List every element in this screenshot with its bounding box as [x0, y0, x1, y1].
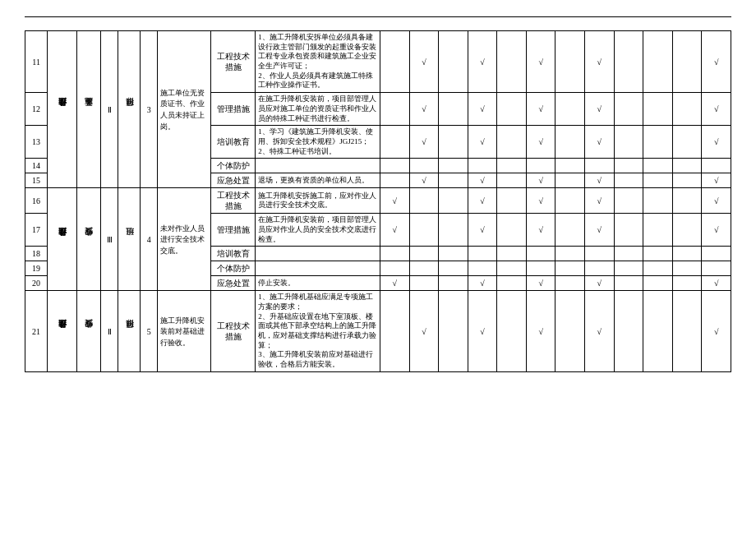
- measure-content-cell: 1、施工升降机基础应满足专项施工方案的要求；2、升基础应设置在地下室顶板、楼面或…: [256, 291, 380, 372]
- measure-content-cell: 退场，更换有资质的单位和人员。: [256, 173, 380, 188]
- measure-content-cell: 1、学习《建筑施工升降机安装、使用、拆卸安全技术规程》JGJ215；2、特殊工种…: [256, 126, 380, 159]
- month-check-12: √: [702, 276, 731, 291]
- month-check-10: [643, 261, 673, 276]
- measure-type-cell: 个体防护: [210, 159, 255, 173]
- check-mark: √: [538, 104, 543, 113]
- danger-cell: 施工单位无资质证书、作业人员未持证上岗。: [158, 31, 211, 188]
- month-check-7: [555, 188, 585, 214]
- month-check-12: [702, 247, 731, 261]
- check-mark: √: [538, 327, 543, 336]
- month-check-4: √: [468, 188, 497, 214]
- month-check-6: √: [526, 276, 555, 291]
- month-check-8: √: [585, 126, 615, 159]
- check-mark: √: [597, 58, 602, 67]
- month-check-3: [439, 291, 468, 372]
- dept-cell: 项目部: [118, 291, 140, 372]
- row-number: 11: [25, 31, 48, 93]
- month-check-5: [497, 126, 527, 159]
- month-check-2: [409, 159, 439, 173]
- check-mark: √: [538, 58, 543, 67]
- month-check-9: [614, 93, 643, 126]
- month-check-6: √: [526, 214, 555, 247]
- row-number: 15: [25, 173, 48, 188]
- table-row: 16操作及作业活动安拆作业Ⅲ班组4未对作业人员进行安全技术交底。工程技术措施施工…: [25, 188, 731, 214]
- month-check-11: [672, 291, 702, 372]
- month-check-7: [555, 247, 585, 261]
- month-check-4: √: [468, 31, 497, 93]
- month-check-7: [555, 31, 585, 93]
- check-mark: √: [597, 196, 602, 205]
- check-mark: √: [480, 176, 485, 185]
- check-mark: √: [714, 196, 719, 205]
- month-check-1: [380, 261, 410, 276]
- month-check-4: [468, 159, 497, 173]
- month-check-12: [702, 261, 731, 276]
- check-mark: √: [480, 327, 485, 336]
- measure-type-cell: 应急处置: [210, 276, 255, 291]
- measure-type-cell: 培训教育: [210, 247, 255, 261]
- row-number: 18: [25, 247, 48, 261]
- check-mark: √: [393, 196, 398, 205]
- check-mark: √: [597, 176, 602, 185]
- month-check-10: [643, 291, 673, 372]
- prep-cell: 施工准备: [76, 31, 100, 188]
- month-check-5: [497, 31, 527, 93]
- month-check-1: [380, 247, 410, 261]
- month-check-1: √: [380, 276, 410, 291]
- month-check-7: [555, 173, 585, 188]
- top-line: [25, 16, 731, 17]
- month-check-3: [439, 261, 468, 276]
- month-check-11: [672, 261, 702, 276]
- month-check-7: [555, 93, 585, 126]
- month-check-9: [614, 188, 643, 214]
- month-check-2: √: [409, 93, 439, 126]
- check-mark: √: [714, 225, 719, 234]
- month-check-3: [439, 31, 468, 93]
- month-check-4: √: [468, 126, 497, 159]
- check-mark: √: [480, 196, 485, 205]
- month-check-4: √: [468, 93, 497, 126]
- check-mark: √: [538, 196, 543, 205]
- month-check-6: √: [526, 126, 555, 159]
- month-check-5: [497, 261, 527, 276]
- danger-cell: 未对作业人员进行安全技术交底。: [158, 188, 211, 291]
- month-check-7: [555, 126, 585, 159]
- month-check-1: [380, 159, 410, 173]
- month-check-12: √: [702, 188, 731, 214]
- check-mark: √: [597, 104, 602, 113]
- check-mark: √: [714, 104, 719, 113]
- check-mark: √: [422, 58, 426, 67]
- measure-content-cell: 在施工升降机安装前，项目部管理人员应对作业人员的安全技术交底进行检查。: [256, 214, 380, 247]
- check-mark: √: [714, 137, 719, 146]
- measure-content-cell: [256, 159, 380, 173]
- danger-cell: 施工升降机安装前对基础进行验收。: [158, 291, 211, 372]
- month-check-6: √: [526, 173, 555, 188]
- check-mark: √: [480, 58, 485, 67]
- check-mark: √: [480, 137, 485, 146]
- month-check-9: [614, 214, 643, 247]
- month-check-5: [497, 214, 527, 247]
- month-check-11: [672, 93, 702, 126]
- month-check-2: √: [409, 291, 439, 372]
- activity-cell: 操作及作业活动: [48, 291, 77, 372]
- month-check-3: [439, 126, 468, 159]
- month-check-10: [643, 93, 673, 126]
- measure-type-cell: 工程技术措施: [210, 291, 255, 372]
- month-check-4: √: [468, 276, 497, 291]
- month-check-9: [614, 31, 643, 93]
- row-number: 21: [25, 291, 48, 372]
- measure-content-cell: [256, 247, 380, 261]
- month-check-4: √: [468, 173, 497, 188]
- measure-content-cell: 在施工升降机安装前，项目部管理人员应对施工单位的资质证书和作业人员的特殊工种证书…: [256, 93, 380, 126]
- month-check-7: [555, 261, 585, 276]
- risk-level-cell: Ⅱ: [101, 291, 118, 372]
- month-check-6: [526, 247, 555, 261]
- month-check-8: √: [585, 173, 615, 188]
- month-check-12: √: [702, 93, 731, 126]
- month-check-1: [380, 126, 410, 159]
- month-check-11: [672, 188, 702, 214]
- month-check-2: √: [409, 173, 439, 188]
- month-check-12: √: [702, 291, 731, 372]
- month-check-12: √: [702, 126, 731, 159]
- month-check-2: [409, 247, 439, 261]
